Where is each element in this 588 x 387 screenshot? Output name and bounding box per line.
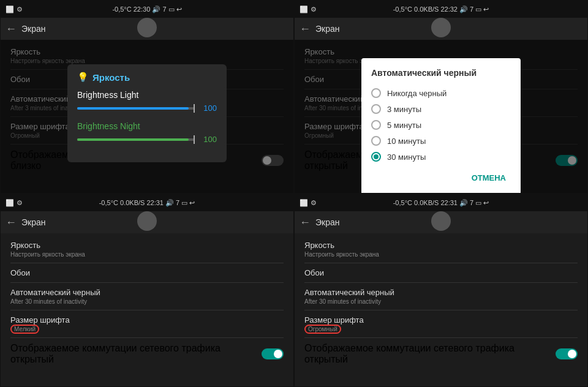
home-icon: ⬜: [6, 6, 14, 13]
back-arrow-bl[interactable]: ←: [6, 216, 17, 229]
brightness-popup-title: 💡 Яркость: [77, 72, 217, 83]
traffic-subtitle-bl: открытый: [10, 354, 221, 365]
fontsize-subtitle-bl: Мелкий: [10, 326, 284, 333]
settings-content-tr: Яркость Настроить яркость экрана Обои Ав…: [295, 40, 587, 193]
fontsize-title-bl: Размер шрифта: [10, 315, 284, 325]
settings-content-bl: Яркость Настроить яркость экрана Обои Ав…: [1, 233, 293, 386]
panel-top-right: ⬜ ⚙ -0,5°C 0.0KB/S 22:32 🔊 7 ▭ ↩ ← Экран…: [294, 0, 588, 194]
cancel-button[interactable]: ОТМЕНА: [467, 171, 511, 185]
traffic-title-bl: Отображаемое коммутации сетевого трафика: [10, 343, 221, 354]
panel-bottom-right: ⬜ ⚙ -0,5°C 0.0KB/S 22:31 🔊 7 ▭ ↩ ← Экран…: [294, 194, 588, 387]
fontsize-subtitle-br: Огромный: [304, 326, 578, 333]
brightness-night-value: 100: [200, 135, 217, 144]
fontsize-title-br: Размер шрифта: [304, 315, 578, 325]
radio-3min-circle: [371, 104, 381, 114]
brightness-light-fill: [77, 107, 189, 110]
radio-never-circle: [371, 88, 381, 98]
brightness-night-slider-row[interactable]: 100: [77, 135, 217, 144]
autoblack-popup[interactable]: Автоматический черный Никогда черный 3 м…: [361, 58, 521, 193]
setting-autoblack-br[interactable]: Автоматический черный After 30 minutes o…: [295, 283, 587, 310]
radio-30min-label: 30 минуты: [387, 152, 426, 162]
status-center-bl: -0,5°C 0.0KB/S 22:31 🔊 7 ▭ ↩: [99, 199, 195, 207]
settings-content-top-left: Яркость Настроить яркость экрана Обои Ав…: [1, 40, 293, 193]
settings-icon-tr: ⚙: [311, 6, 317, 13]
brightness-popup-overlay: 💡 Яркость Brightness Light 100 Brightnes…: [1, 40, 293, 193]
back-arrow-icon[interactable]: ←: [6, 23, 17, 36]
radio-10min-circle: [371, 136, 381, 146]
brightness-night-fill: [77, 138, 189, 141]
brightness-night-thumb: [194, 135, 195, 144]
traffic-toggle-bl[interactable]: [262, 348, 284, 359]
wallpaper-title-br: Обои: [304, 268, 578, 277]
setting-brightness-bl[interactable]: Яркость Настроить яркость экрана: [1, 236, 293, 263]
home-icon-br: ⬜: [300, 199, 308, 207]
status-left-icons-bl: ⬜ ⚙: [6, 199, 23, 207]
autoblack-subtitle-bl: After 30 minutes of inactivity: [10, 298, 284, 305]
radio-never-label: Никогда черный: [387, 89, 447, 98]
settings-icon-bl: ⚙: [17, 199, 23, 207]
setting-autoblack-bl[interactable]: Автоматический черный After 30 minutes o…: [1, 283, 293, 310]
brightness-title-bl: Яркость: [10, 241, 284, 250]
radio-30min-circle: [371, 152, 381, 162]
back-arrow-tr[interactable]: ←: [300, 23, 311, 36]
center-circle-bl[interactable]: [137, 211, 157, 231]
radio-10min-label: 10 минуты: [387, 137, 426, 146]
brightness-icon: 💡: [77, 72, 89, 83]
radio-5min-label: 5 минуты: [387, 121, 421, 130]
traffic-subtitle-br: открытый: [304, 354, 514, 365]
wallpaper-title-bl: Обои: [10, 268, 284, 277]
status-bar-top-right: ⬜ ⚙ -0,5°C 0.0KB/S 22:32 🔊 7 ▭ ↩: [295, 1, 587, 18]
autoblack-popup-actions: ОТМЕНА: [371, 171, 511, 185]
status-bar-bl: ⬜ ⚙ -0,5°C 0.0KB/S 22:31 🔊 7 ▭ ↩: [1, 194, 293, 211]
autoblack-popup-title: Автоматический черный: [371, 68, 511, 78]
center-circle-button[interactable]: [137, 18, 157, 37]
traffic-toggle-br[interactable]: [556, 348, 578, 359]
status-bar-br: ⬜ ⚙ -0,5°C 0.0KB/S 22:31 🔊 7 ▭ ↩: [295, 194, 587, 211]
radio-30min[interactable]: 30 минуты: [371, 149, 511, 165]
radio-5min-circle: [371, 120, 381, 130]
setting-fontsize-bl[interactable]: Размер шрифта Мелкий: [1, 310, 293, 337]
brightness-popup[interactable]: 💡 Яркость Brightness Light 100 Brightnes…: [67, 64, 227, 162]
setting-fontsize-br[interactable]: Размер шрифта Огромный: [295, 310, 587, 337]
nav-title-top-right: Экран: [315, 24, 340, 34]
traffic-title-br: Отображаемое коммутации сетевого трафика: [304, 343, 514, 354]
nav-title-top-left: Экран: [21, 24, 46, 34]
setting-wallpaper-br[interactable]: Обои: [295, 263, 587, 282]
radio-3min-label: 3 минуты: [387, 105, 421, 114]
status-center-tr: -0,5°C 0.0KB/S 22:32 🔊 7 ▭ ↩: [393, 6, 489, 13]
panel-top-left: ⬜ ⚙ -0,5°C 22:30 🔊 7 ▭ ↩ ← Экран Яркость…: [0, 0, 294, 194]
back-arrow-br[interactable]: ←: [300, 216, 311, 229]
radio-3min[interactable]: 3 минуты: [371, 101, 511, 117]
center-circle-br[interactable]: [431, 211, 451, 231]
brightness-subtitle-bl: Настроить яркость экрана: [10, 251, 284, 258]
settings-icon: ⚙: [17, 6, 23, 13]
autoblack-title-br: Автоматический черный: [304, 288, 578, 297]
setting-wallpaper-bl[interactable]: Обои: [1, 263, 293, 282]
home-icon-tr: ⬜: [300, 6, 308, 13]
setting-brightness-br[interactable]: Яркость Настроить яркость экрана: [295, 236, 587, 263]
setting-traffic-bl[interactable]: Отображаемое коммутации сетевого трафика…: [1, 338, 293, 370]
panel-bottom-left: ⬜ ⚙ -0,5°C 0.0KB/S 22:31 🔊 7 ▭ ↩ ← Экран…: [0, 194, 294, 387]
radio-never[interactable]: Никогда черный: [371, 85, 511, 101]
settings-content-br: Яркость Настроить яркость экрана Обои Ав…: [295, 233, 587, 386]
brightness-night-track[interactable]: [77, 138, 195, 141]
radio-5min[interactable]: 5 минуты: [371, 117, 511, 133]
radio-10min[interactable]: 10 минуты: [371, 133, 511, 149]
status-left-icons-br: ⬜ ⚙: [300, 199, 317, 207]
status-left-icons: ⬜ ⚙: [6, 6, 23, 13]
status-center-br: -0,5°C 0.0KB/S 22:31 🔊 7 ▭ ↩: [393, 199, 489, 207]
status-left-icons-tr: ⬜ ⚙: [300, 6, 317, 13]
center-circle-tr[interactable]: [431, 18, 451, 37]
brightness-light-thumb: [194, 104, 195, 113]
brightness-light-track[interactable]: [77, 107, 195, 110]
nav-title-bl: Экран: [21, 217, 46, 227]
autoblack-subtitle-br: After 30 minutes of inactivity: [304, 298, 578, 305]
brightness-title-br: Яркость: [304, 241, 578, 250]
autoblack-title-bl: Автоматический черный: [10, 288, 284, 297]
status-center-time: -0,5°C 22:30 🔊 7 ▭ ↩: [112, 6, 181, 13]
fontsize-circled-bl: Мелкий: [10, 325, 39, 334]
setting-traffic-br[interactable]: Отображаемое коммутации сетевого трафика…: [295, 338, 587, 370]
brightness-subtitle-br: Настроить яркость экрана: [304, 251, 578, 258]
home-icon-bl: ⬜: [6, 199, 14, 207]
brightness-light-slider-row[interactable]: 100: [77, 103, 217, 113]
